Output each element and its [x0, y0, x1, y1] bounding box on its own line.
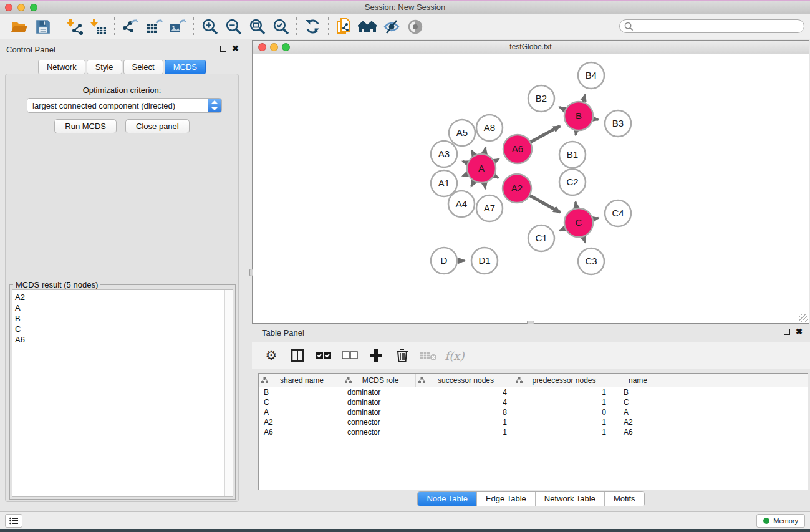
- graph-node-B4[interactable]: B4: [578, 62, 604, 89]
- close-table-panel-icon[interactable]: ✖: [796, 329, 803, 335]
- memory-button[interactable]: Memory: [756, 514, 805, 528]
- tab-node-table[interactable]: Node Table: [418, 492, 477, 506]
- deselect-all-button[interactable]: [339, 345, 360, 366]
- table-options-button[interactable]: ⚙: [261, 345, 282, 366]
- graph-edge-A2-C[interactable]: [528, 195, 560, 212]
- network-close-button[interactable]: [258, 43, 266, 51]
- table-cell[interactable]: dominator: [342, 387, 416, 397]
- column-header-shared-name[interactable]: shared name: [259, 374, 342, 387]
- run-mcds-button[interactable]: Run MCDS: [54, 119, 117, 133]
- table-cell[interactable]: connector: [342, 427, 416, 437]
- delete-table-button[interactable]: [418, 345, 439, 366]
- graph-node-A3[interactable]: A3: [431, 141, 457, 167]
- table-cell[interactable]: A2: [259, 417, 342, 427]
- zoom-in-button[interactable]: [198, 16, 221, 37]
- graph-node-A7[interactable]: A7: [476, 195, 503, 221]
- close-window-button[interactable]: [5, 4, 12, 11]
- mcds-result-item[interactable]: A6: [15, 334, 233, 345]
- show-graphics-button[interactable]: [403, 16, 427, 37]
- column-header-name[interactable]: name: [612, 374, 670, 387]
- table-cell[interactable]: A: [612, 407, 670, 417]
- window-resize-grip[interactable]: [799, 314, 808, 322]
- tab-network[interactable]: Network: [38, 60, 85, 74]
- criterion-dropdown[interactable]: largest connected component (directed): [27, 98, 222, 113]
- table-row[interactable]: A6connector11A6: [259, 427, 808, 437]
- show-columns-button[interactable]: [287, 345, 308, 366]
- table-row[interactable]: A2connector11A2: [259, 417, 808, 427]
- mcds-list-scrollbar[interactable]: [224, 290, 233, 496]
- home-layout-button[interactable]: [356, 16, 380, 37]
- table-cell[interactable]: 8: [416, 407, 513, 417]
- float-table-panel-icon[interactable]: [784, 329, 790, 335]
- table-cell[interactable]: dominator: [342, 407, 416, 417]
- graph-node-C[interactable]: C: [564, 208, 593, 237]
- graph-node-A[interactable]: A: [467, 154, 496, 183]
- graph-node-D[interactable]: D: [431, 248, 457, 274]
- table-row[interactable]: Adominator80A: [259, 407, 808, 417]
- float-panel-icon[interactable]: [220, 46, 226, 52]
- graph-node-A5[interactable]: A5: [449, 120, 475, 146]
- copy-style-button[interactable]: [332, 16, 356, 37]
- horizontal-splitter-handle[interactable]: [249, 269, 253, 276]
- tab-edge-table[interactable]: Edge Table: [477, 492, 536, 506]
- table-cell[interactable]: 0: [513, 407, 612, 417]
- add-column-button[interactable]: [365, 345, 387, 366]
- tab-network-table[interactable]: Network Table: [536, 492, 605, 506]
- table-cell[interactable]: connector: [342, 417, 416, 427]
- graph-edge-A6-B[interactable]: [529, 126, 560, 143]
- mcds-result-item[interactable]: B: [15, 313, 233, 324]
- zoom-window-button[interactable]: [30, 4, 37, 11]
- export-table-button[interactable]: [142, 16, 166, 37]
- graph-node-D1[interactable]: D1: [471, 248, 498, 274]
- graph-node-C2[interactable]: C2: [559, 169, 586, 195]
- graph-node-A6[interactable]: A6: [503, 135, 532, 163]
- zoom-fit-button[interactable]: [245, 16, 269, 37]
- graph-node-C4[interactable]: C4: [605, 200, 631, 226]
- graph-node-B2[interactable]: B2: [528, 85, 554, 112]
- mcds-result-item[interactable]: A2: [15, 292, 233, 302]
- table-cell[interactable]: A6: [259, 427, 342, 437]
- table-cell[interactable]: 1: [416, 417, 513, 427]
- network-canvas[interactable]: AA1A2A3A4A5A6A7A8BB1B2B3B4CC1C2C3C4DD1: [253, 54, 809, 323]
- mcds-result-item[interactable]: C: [15, 324, 233, 334]
- table-cell[interactable]: C: [612, 397, 670, 407]
- close-panel-button[interactable]: Close panel: [125, 119, 190, 133]
- graph-node-C3[interactable]: C3: [578, 248, 604, 274]
- open-session-button[interactable]: [7, 16, 31, 37]
- graph-node-A8[interactable]: A8: [476, 115, 503, 141]
- export-network-button[interactable]: [118, 16, 142, 37]
- import-network-button[interactable]: [63, 16, 87, 37]
- table-cell[interactable]: 1: [513, 417, 612, 427]
- table-cell[interactable]: B: [259, 387, 342, 397]
- table-cell[interactable]: 1: [513, 427, 612, 437]
- graph-node-C1[interactable]: C1: [528, 225, 554, 251]
- graph-node-A1[interactable]: A1: [431, 170, 457, 196]
- vertical-splitter-handle[interactable]: [527, 321, 534, 324]
- table-cell[interactable]: 4: [416, 387, 513, 397]
- column-header-successor-nodes[interactable]: successor nodes: [416, 374, 513, 387]
- table-cell[interactable]: A2: [612, 417, 670, 427]
- graph-node-B1[interactable]: B1: [559, 142, 586, 168]
- network-zoom-button[interactable]: [282, 43, 290, 51]
- zoom-selected-button[interactable]: [269, 16, 292, 37]
- export-image-button[interactable]: [166, 16, 190, 37]
- graph-node-A2[interactable]: A2: [503, 174, 531, 203]
- table-cell[interactable]: dominator: [342, 397, 416, 407]
- mcds-result-item[interactable]: A: [15, 302, 233, 313]
- close-panel-icon[interactable]: ✖: [232, 46, 239, 52]
- table-cell[interactable]: 4: [416, 397, 513, 407]
- tab-style[interactable]: Style: [87, 60, 122, 74]
- save-session-button[interactable]: [31, 16, 55, 37]
- column-header-mcds-role[interactable]: MCDS role: [342, 374, 416, 387]
- delete-column-button[interactable]: [392, 345, 413, 366]
- minimize-window-button[interactable]: [17, 4, 25, 11]
- tab-motifs[interactable]: Motifs: [605, 492, 644, 506]
- table-cell[interactable]: A: [259, 407, 342, 417]
- select-all-button[interactable]: [313, 345, 334, 366]
- table-cell[interactable]: 1: [416, 427, 513, 437]
- table-cell[interactable]: C: [259, 397, 342, 407]
- network-minimize-button[interactable]: [270, 43, 278, 51]
- zoom-out-button[interactable]: [221, 16, 245, 37]
- table-cell[interactable]: 1: [513, 397, 612, 407]
- mcds-result-list[interactable]: A2ABCA6: [12, 289, 233, 497]
